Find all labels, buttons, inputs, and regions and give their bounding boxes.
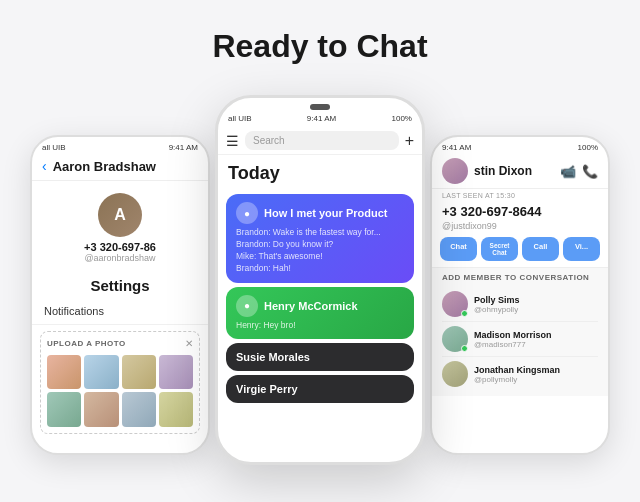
member-item-1[interactable]: Polly Sims @ohmypolly (442, 287, 598, 322)
right-status-bar: 9:41 AM 100% (432, 137, 608, 154)
upload-box: UPLOAD A PHOTO ✕ (40, 331, 200, 434)
back-icon[interactable]: ‹ (42, 158, 47, 174)
member-avatar-1 (442, 291, 468, 317)
action-buttons: Chat Secret Chat Call Vi... (432, 237, 608, 267)
online-indicator-2 (461, 345, 468, 352)
chat-title-2: Henry McCormick (264, 300, 358, 312)
member-name-1: Polly Sims (474, 295, 520, 305)
chat-avatar-2: ● (236, 295, 258, 317)
photo-thumb-6[interactable] (84, 392, 118, 426)
member-item-2[interactable]: Madison Morrison @madison777 (442, 322, 598, 357)
center-notch (310, 104, 330, 110)
left-username: @aaronbradshaw (84, 253, 155, 263)
left-phone-number: +3 320-697-86 (84, 241, 156, 253)
secret-chat-button[interactable]: Secret Chat (481, 237, 518, 261)
compose-icon[interactable]: + (405, 132, 414, 150)
chat-preview-2: Henry: Hey bro! (236, 320, 404, 332)
online-indicator-1 (461, 310, 468, 317)
member-username-3: @pollymolly (474, 375, 560, 384)
left-contact-name: Aaron Bradshaw (53, 159, 156, 174)
page-title: Ready to Chat (212, 28, 427, 65)
upload-close-icon[interactable]: ✕ (185, 338, 193, 349)
add-member-title: ADD MEMBER TO CONVERSATION (442, 273, 598, 282)
member-name-3: Jonathan Kingsman (474, 365, 560, 375)
video-button[interactable]: Vi... (563, 237, 600, 261)
center-status-bar: all UIB 9:41 AM 100% (218, 112, 422, 127)
phone-center: all UIB 9:41 AM 100% ☰ Search + Today ● … (215, 95, 425, 465)
member-avatar-3 (442, 361, 468, 387)
member-info-2: Madison Morrison @madison777 (474, 330, 552, 349)
photo-thumb-7[interactable] (122, 392, 156, 426)
photo-thumb-3[interactable] (122, 355, 156, 389)
right-time: 9:41 AM (442, 143, 471, 152)
phone-left: all UIB 9:41 AM ‹ Aaron Bradshaw A +3 32… (30, 135, 210, 455)
phones-container: all UIB 9:41 AM ‹ Aaron Bradshaw A +3 32… (0, 85, 640, 465)
chat-title-1: How I met your Product (264, 207, 387, 219)
chat-avatar-1: ● (236, 202, 258, 224)
search-bar[interactable]: Search (245, 131, 399, 150)
right-contact-header: stin Dixon 📹 📞 (432, 154, 608, 189)
center-time: 9:41 AM (307, 114, 336, 123)
chat-title-4: Virgie Perry (236, 383, 404, 395)
right-username: @justdixon99 (432, 221, 608, 237)
photo-thumb-8[interactable] (159, 392, 193, 426)
chat-item-2[interactable]: ● Henry McCormick Henry: Hey bro! (226, 287, 414, 340)
today-label: Today (218, 155, 422, 190)
right-battery: 100% (578, 143, 598, 152)
chat-button[interactable]: Chat (440, 237, 477, 261)
hamburger-icon[interactable]: ☰ (226, 133, 239, 149)
right-contact-avatar (442, 158, 468, 184)
member-username-1: @ohmypolly (474, 305, 520, 314)
member-info-3: Jonathan Kingsman @pollymolly (474, 365, 560, 384)
phone-right: 9:41 AM 100% stin Dixon 📹 📞 LAST SEEN AT… (430, 135, 610, 455)
phone-icon[interactable]: 📞 (582, 164, 598, 179)
member-info-1: Polly Sims @ohmypolly (474, 295, 520, 314)
left-time: 9:41 AM (169, 143, 198, 152)
call-button[interactable]: Call (522, 237, 559, 261)
member-avatar-2 (442, 326, 468, 352)
left-header: ‹ Aaron Bradshaw (32, 154, 208, 181)
upload-label: UPLOAD A PHOTO (47, 339, 126, 348)
left-avatar: A (98, 193, 142, 237)
member-username-2: @madison777 (474, 340, 552, 349)
photo-thumb-5[interactable] (47, 392, 81, 426)
last-seen-label: LAST SEEN AT 15:30 (432, 189, 608, 202)
member-item-3[interactable]: Jonathan Kingsman @pollymolly (442, 357, 598, 391)
center-toolbar: ☰ Search + (218, 127, 422, 155)
settings-label: Settings (32, 277, 208, 294)
chat-item-4[interactable]: Virgie Perry (226, 375, 414, 403)
photo-thumb-2[interactable] (84, 355, 118, 389)
right-contact-name: stin Dixon (474, 164, 532, 178)
right-header-icons: 📹 📞 (560, 164, 598, 179)
photo-thumb-4[interactable] (159, 355, 193, 389)
photo-grid (47, 355, 193, 427)
chat-item-3[interactable]: Susie Morales (226, 343, 414, 371)
center-signal: all UIB (228, 114, 252, 123)
right-phone-number: +3 320-697-8644 (432, 202, 608, 221)
video-icon[interactable]: 📹 (560, 164, 576, 179)
add-member-section: ADD MEMBER TO CONVERSATION Polly Sims @o… (432, 267, 608, 396)
chat-preview-1: Brandon: Wake is the fastest way for... … (236, 227, 404, 275)
photo-thumb-1[interactable] (47, 355, 81, 389)
chat-item-1[interactable]: ● How I met your Product Brandon: Wake i… (226, 194, 414, 283)
left-status-bar: all UIB 9:41 AM (32, 137, 208, 154)
chat-title-3: Susie Morales (236, 351, 404, 363)
left-signal: all UIB (42, 143, 66, 152)
right-contact-info: stin Dixon (442, 158, 532, 184)
notifications-item[interactable]: Notifications (32, 298, 208, 325)
member-name-2: Madison Morrison (474, 330, 552, 340)
center-battery: 100% (392, 114, 412, 123)
left-profile: A +3 320-697-86 @aaronbradshaw (32, 181, 208, 269)
